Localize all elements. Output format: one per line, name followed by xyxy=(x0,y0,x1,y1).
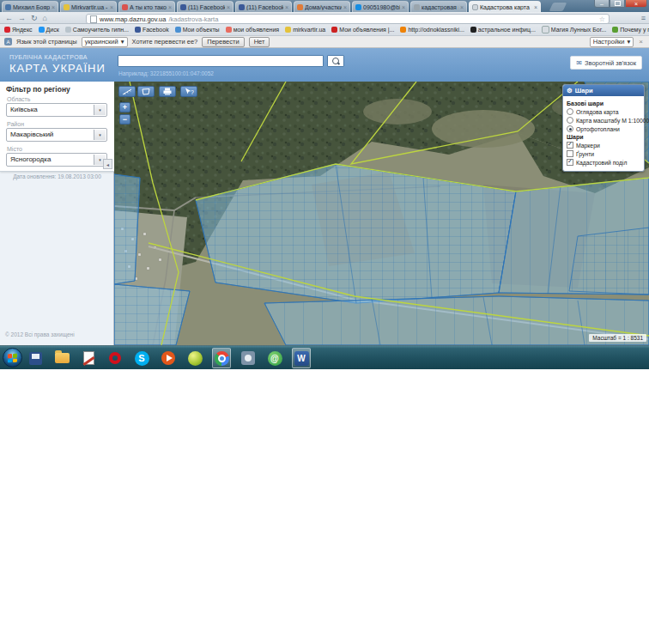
tab-close-icon[interactable]: × xyxy=(285,4,288,10)
bookmark-item[interactable]: Магия Лунных Бог... xyxy=(542,26,606,33)
browser-tab[interactable]: Дома/участки (куп× xyxy=(294,1,350,12)
taskbar-app-sphere[interactable] xyxy=(185,348,204,368)
bookmark-label: Самоучитель гипн... xyxy=(73,27,129,33)
bookmark-item[interactable]: Самоучитель гипн... xyxy=(65,27,129,33)
translate-right: Настройки▾ × xyxy=(590,37,645,47)
measure-distance-button[interactable] xyxy=(118,86,136,97)
tab-close-icon[interactable]: × xyxy=(168,4,172,10)
tab-close-icon[interactable]: × xyxy=(534,4,537,10)
browser-tab[interactable]: 09051980@bk.ru -× xyxy=(352,1,409,12)
search-button[interactable] xyxy=(327,55,344,67)
layers-panel-body: Базові шари Оглядова карта Карта масштаб… xyxy=(563,96,644,171)
radio-icon[interactable] xyxy=(567,117,573,124)
zoom-out-button[interactable]: − xyxy=(119,114,130,125)
taskbar-app-paint[interactable] xyxy=(239,348,258,368)
radio-icon[interactable] xyxy=(567,108,573,115)
url-domain: www.map.dazru.gov.ua xyxy=(100,15,166,23)
back-button[interactable]: ← xyxy=(5,14,13,22)
cadastre-search-input[interactable] xyxy=(118,55,324,67)
browser-tab[interactable]: Mirkvartir.ua - Нед× xyxy=(60,1,117,12)
sidebar-collapse-button[interactable]: ◂ xyxy=(103,159,112,169)
bookmarks-bar: Яндекс Диск Самоучитель гипн... Facebook… xyxy=(0,24,649,36)
print-button[interactable] xyxy=(159,86,176,97)
layer-option[interactable]: Маркери xyxy=(567,142,640,149)
bookmark-item[interactable]: мои объявления xyxy=(226,27,280,33)
cadastral-map[interactable]: ? + − ⚙ Шари Базові шари Оглядова карта … xyxy=(114,82,649,345)
tab-close-icon[interactable]: × xyxy=(402,4,405,10)
site-logo-line2: КАРТА УКРАЇНИ xyxy=(9,62,106,75)
zoom-controls: + − xyxy=(119,102,130,125)
browser-tabstrip: Михаил Боярский× Mirkvartir.ua - Нед× А … xyxy=(0,0,649,12)
svg-text:?: ? xyxy=(191,89,194,95)
region-select[interactable]: Київська▾ xyxy=(6,103,107,117)
radio-icon[interactable] xyxy=(567,125,573,132)
home-button[interactable]: ⌂ xyxy=(43,14,47,22)
translate-close-icon[interactable]: × xyxy=(639,38,643,46)
tab-close-icon[interactable]: × xyxy=(52,4,55,10)
zoom-in-button[interactable]: + xyxy=(119,102,130,112)
identify-button[interactable]: ? xyxy=(180,86,197,97)
bookmark-item[interactable]: астральное инфиц... xyxy=(470,27,536,33)
taskbar-app-agent[interactable]: @ xyxy=(265,348,284,368)
taskbar-app-editor[interactable] xyxy=(79,348,98,368)
base-layer-option[interactable]: Ортофотоплани xyxy=(567,125,640,132)
browser-tab[interactable]: (11) Facebook× xyxy=(177,1,234,12)
translate-button[interactable]: Перевести xyxy=(202,37,244,47)
taskbar-app-skype[interactable]: S xyxy=(132,348,151,368)
start-button[interactable] xyxy=(3,348,22,368)
address-bar[interactable]: www.map.dazru.gov.ua /kadastrova-karta ☆ xyxy=(86,14,610,24)
measure-area-button[interactable] xyxy=(137,86,155,97)
browser-tab[interactable]: А ты кто такой? - С× xyxy=(118,1,175,12)
taskbar-app-explorer[interactable] xyxy=(52,348,71,368)
forward-button[interactable]: → xyxy=(18,14,26,22)
bookmark-item[interactable]: Facebook xyxy=(135,27,169,33)
bookmark-item[interactable]: mirkvartir.ua xyxy=(285,27,325,33)
taskbar-app-word[interactable]: W xyxy=(292,348,311,368)
browser-menu-icon[interactable]: ≡ xyxy=(641,14,646,22)
maximize-button[interactable] xyxy=(610,0,625,8)
checkbox-icon[interactable] xyxy=(567,142,573,149)
site-favicon xyxy=(122,4,128,10)
taskbar-app-chrome[interactable] xyxy=(212,348,231,368)
taskbar-app-opera[interactable] xyxy=(106,348,124,368)
taskbar-app-media[interactable] xyxy=(159,348,178,368)
layer-option[interactable]: Ґрунти xyxy=(567,150,640,157)
translate-no-button[interactable]: Нет xyxy=(249,37,270,47)
tab-close-icon[interactable]: × xyxy=(343,4,347,10)
map-scale-label: Масштаб = 1 : 8531 xyxy=(589,334,646,342)
browser-tab[interactable]: Михаил Боярский× xyxy=(2,1,58,12)
checkbox-icon[interactable] xyxy=(567,150,573,157)
bookmark-item[interactable]: Почему у правосла... xyxy=(612,27,649,33)
browser-tab-active[interactable]: Кадастрова карта× xyxy=(469,1,541,12)
layer-option[interactable]: Кадастровий поділ xyxy=(567,159,640,166)
bookmark-item[interactable]: Диск xyxy=(39,27,59,33)
bookmark-item[interactable]: http://odnoklassniki... xyxy=(400,27,464,33)
district-select[interactable]: Макарівський▾ xyxy=(6,128,107,142)
base-layer-option[interactable]: Оглядова карта xyxy=(567,108,640,115)
bookmark-item[interactable]: Яндекс xyxy=(4,27,33,33)
screen: Михаил Боярский× Mirkvartir.ua - Нед× А … xyxy=(0,0,649,644)
bookmark-item[interactable]: Мои объекты xyxy=(175,27,220,33)
bookmark-item[interactable]: Мои объявления |... xyxy=(331,27,394,33)
disk-icon xyxy=(39,27,45,33)
browser-tab[interactable]: кадастровая карта× xyxy=(410,1,467,12)
bookmark-star-icon[interactable]: ☆ xyxy=(599,15,605,23)
minimize-button[interactable]: – xyxy=(594,0,610,8)
taskbar-app-registry[interactable] xyxy=(26,348,45,368)
reload-button[interactable]: ↻ xyxy=(31,14,38,22)
tab-close-icon[interactable]: × xyxy=(227,4,230,10)
checkbox-icon[interactable] xyxy=(567,159,573,166)
city-select[interactable]: Ясногородка▾ xyxy=(6,153,107,167)
close-window-button[interactable]: × xyxy=(625,0,647,8)
translate-settings-button[interactable]: Настройки▾ xyxy=(590,37,634,47)
translate-language-select[interactable]: украинский▾ xyxy=(82,37,128,47)
tab-title: Михаил Боярский xyxy=(13,4,50,10)
tab-close-icon[interactable]: × xyxy=(460,4,464,10)
windows-logo-icon xyxy=(8,353,17,362)
browser-tab[interactable]: (11) Facebook× xyxy=(235,1,292,12)
base-layer-option[interactable]: Карта масштабу М 1:100000 xyxy=(567,117,640,124)
new-tab-button[interactable] xyxy=(549,3,567,11)
feedback-button[interactable]: ✉ Зворотній зв'язок xyxy=(570,56,642,70)
layers-panel-header[interactable]: ⚙ Шари xyxy=(563,85,644,96)
tab-close-icon[interactable]: × xyxy=(110,4,113,10)
